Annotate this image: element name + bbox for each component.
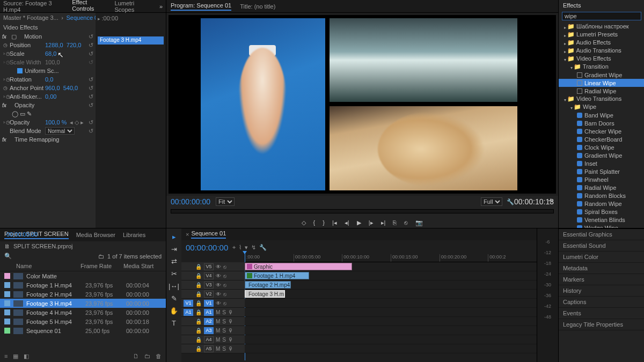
tab-media-browser[interactable]: Media Browser: [76, 232, 115, 238]
effect-gradient-wipe[interactable]: Gradient Wipe: [559, 71, 644, 79]
folder-Lumetri Presets[interactable]: 📁 Lumetri Presets: [559, 31, 644, 39]
settings-icon[interactable]: ↯: [251, 244, 256, 250]
wrench-icon[interactable]: 🔧: [507, 198, 514, 205]
transition-inset[interactable]: Inset: [559, 159, 644, 167]
go-to-out-icon[interactable]: ▸|: [381, 219, 386, 226]
anchor-x[interactable]: 960,0: [45, 85, 60, 91]
new-item-icon[interactable]: 🗋: [133, 353, 139, 359]
solo-icon[interactable]: S: [222, 337, 226, 343]
eye-icon[interactable]: 👁: [216, 273, 221, 279]
sequence-clip-link[interactable]: Sequence 01 * ...: [67, 14, 96, 21]
reset-icon[interactable]: ↺: [89, 59, 93, 66]
tab-effect-controls[interactable]: Effect Controls: [72, 0, 107, 14]
blendmode-select[interactable]: Normal: [45, 127, 75, 135]
freeform-view-icon[interactable]: ◧: [24, 353, 29, 360]
tab-title[interactable]: Title: (no title): [240, 3, 275, 10]
search-icon[interactable]: 🔍: [4, 253, 12, 260]
folder-icon[interactable]: 🗀: [98, 253, 104, 260]
sync-lock-icon[interactable]: ⎋: [223, 300, 226, 306]
folder-transition[interactable]: 📁 Transition: [559, 63, 644, 71]
bin-item[interactable]: Footage 3 H.mp423,976 fps00:00:00: [0, 299, 166, 308]
eye-icon[interactable]: 👁: [216, 291, 221, 297]
effect-radial-wipe[interactable]: Radial Wipe: [559, 87, 644, 95]
transition-band-wipe[interactable]: Band Wipe: [559, 111, 644, 119]
bin-item[interactable]: Footage 5 H.mp423,976 fps00:00:18: [0, 317, 166, 326]
eye-icon[interactable]: 👁: [216, 264, 221, 270]
panel-tab-history[interactable]: History: [559, 285, 644, 297]
step-fwd-icon[interactable]: |▸: [369, 219, 374, 226]
uniform-scale-check[interactable]: [17, 68, 23, 73]
mark-in-icon[interactable]: ◇: [302, 219, 306, 226]
resolution-select[interactable]: Full: [481, 197, 502, 206]
tab-libraries[interactable]: Libraries: [123, 232, 145, 238]
track-select-tool-icon[interactable]: ⇥: [171, 245, 177, 253]
transition-pinwheel[interactable]: Pinwheel: [559, 175, 644, 183]
time-remapping[interactable]: Time Remapping: [14, 136, 59, 143]
sync-lock-icon[interactable]: ⎋: [223, 273, 226, 279]
folder-Audio Effects[interactable]: 📁 Audio Effects: [559, 39, 644, 47]
transition-wedge-wipe[interactable]: Wedge Wipe: [559, 224, 644, 228]
folder-wipe[interactable]: 📁 Wipe: [559, 103, 644, 111]
antiflicker-value[interactable]: 0,00: [45, 93, 56, 100]
col-mediastart[interactable]: Media Start: [123, 263, 160, 269]
transition-random-blocks[interactable]: Random Blocks: [559, 191, 644, 200]
opacity-effect[interactable]: Opacity: [14, 102, 34, 108]
position-y[interactable]: 720,0: [67, 42, 82, 48]
bin-item[interactable]: Footage 1 H.mp423,976 fps00:00:04: [0, 280, 166, 290]
lock-icon[interactable]: 🔒: [195, 346, 202, 352]
play-icon[interactable]: ▶: [357, 219, 361, 226]
effects-search-input[interactable]: [562, 12, 641, 20]
audio-track-A5[interactable]: 🔒A5MS🎙: [181, 344, 537, 353]
tab-program[interactable]: Program: Sequence 01: [171, 2, 231, 11]
effect-clip-strip[interactable]: Footage 3 H.mp4: [98, 36, 164, 45]
video-track-V4[interactable]: 🔒V4👁⎋Footage 1 H.mp4: [181, 271, 537, 280]
icon-view-icon[interactable]: ▦: [13, 353, 18, 360]
lock-icon[interactable]: 🔒: [195, 328, 202, 334]
timeline-timecode[interactable]: 00:00:00:00: [186, 243, 228, 252]
lock-icon[interactable]: 🔒: [195, 337, 202, 343]
transition-random-wipe[interactable]: Random Wipe: [559, 200, 644, 208]
marker-icon[interactable]: ▾: [245, 244, 248, 250]
folder-video-transitions[interactable]: 📁 Video Transitions: [559, 95, 644, 103]
reset-icon[interactable]: ↺: [89, 128, 93, 135]
anchor-y[interactable]: 540,0: [63, 85, 78, 91]
project-bin[interactable]: Color MatteFootage 1 H.mp423,976 fps00:0…: [0, 271, 166, 335]
transition-gradient-wipe[interactable]: Gradient Wipe: [559, 151, 644, 159]
panel-tab-events[interactable]: Events: [559, 308, 644, 319]
ripple-edit-tool-icon[interactable]: ⇄: [171, 257, 177, 265]
audio-track-A4[interactable]: 🔒A4MS🎙: [181, 335, 537, 344]
tab-source[interactable]: Source: Footage 3 H.mp4: [3, 0, 64, 13]
button-editor-icon[interactable]: ＋: [546, 195, 555, 206]
transition-paint-splatter[interactable]: Paint Splatter: [559, 167, 644, 175]
transition-barn-doors[interactable]: Barn Doors: [559, 119, 644, 127]
mask-ellipse-icon[interactable]: ◯: [12, 110, 18, 117]
audio-track-A2[interactable]: 🔒A2MS🎙: [181, 317, 537, 326]
panel-tab-captions[interactable]: Captions: [559, 297, 644, 308]
solo-icon[interactable]: S: [222, 309, 226, 315]
list-view-icon[interactable]: ≡: [4, 353, 8, 359]
razor-tool-icon[interactable]: ✂: [171, 270, 177, 278]
panel-tab-lumetri-color[interactable]: Lumetri Color: [559, 252, 644, 263]
solo-icon[interactable]: S: [222, 346, 226, 352]
transition-spiral-boxes[interactable]: Spiral Boxes: [559, 208, 644, 216]
panel-tab-essential-graphics[interactable]: Essential Graphics: [559, 229, 644, 240]
snap-icon[interactable]: ⌖: [232, 244, 236, 250]
folder-Audio Transitions[interactable]: 📁 Audio Transitions: [559, 47, 644, 55]
effects-tree[interactable]: 📁 Шаблоны настроек📁 Lumetri Presets📁 Aud…: [559, 21, 644, 228]
mute-icon[interactable]: M: [216, 319, 220, 324]
effect-timeline[interactable]: ▸ :00:00 Footage 3 H.mp4: [96, 13, 166, 228]
opacity-value[interactable]: 100,0 %: [45, 119, 67, 125]
bin-item[interactable]: Color Matte: [0, 271, 166, 280]
tab-lumetri-scopes[interactable]: Lumetri Scopes: [115, 0, 152, 13]
bin-item[interactable]: Footage 4 H.mp423,976 fps00:00:00: [0, 308, 166, 317]
program-timecode-in[interactable]: 00:00:00:00: [171, 197, 210, 206]
panel-menu-icon[interactable]: »: [159, 3, 163, 10]
solo-icon[interactable]: S: [222, 328, 226, 334]
lock-icon[interactable]: 🔒: [195, 319, 202, 324]
transition-checker-wipe[interactable]: Checker Wipe: [559, 127, 644, 135]
sync-lock-icon[interactable]: ⎋: [223, 282, 226, 288]
reset-icon[interactable]: ↺: [89, 85, 93, 92]
rotation-value[interactable]: 0,0: [45, 76, 53, 83]
transition-radial-wipe[interactable]: Radial Wipe: [559, 183, 644, 191]
panel-tab-legacy-title-properties[interactable]: Legacy Title Properties: [559, 319, 644, 330]
